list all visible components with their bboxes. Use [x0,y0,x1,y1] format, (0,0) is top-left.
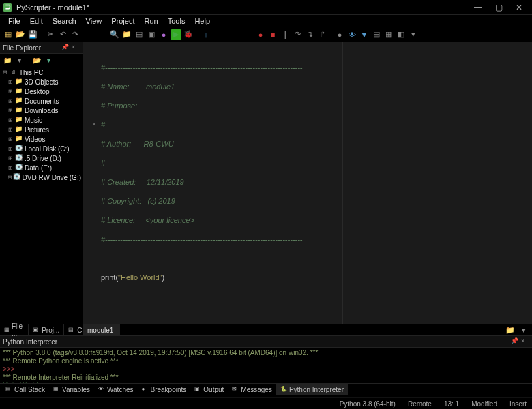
vars-icon: ▦ [53,386,60,393]
menu-edit[interactable]: Edit [26,16,47,26]
code-content[interactable]: #---------------------------------------… [98,42,532,324]
step-icon[interactable]: ↓ [201,29,211,40]
expand-icon[interactable]: ⊞ [7,108,14,114]
new-file-icon[interactable]: ▦ [3,29,14,40]
tab-folder-icon[interactable]: 📁 [505,324,516,335]
redo-icon[interactable]: ↷ [70,29,80,40]
menu-run[interactable]: Run [141,16,162,26]
bp-icon[interactable]: ● [334,29,345,40]
window-icon[interactable]: ▣ [146,29,157,40]
stop-icon[interactable]: ■ [267,29,278,40]
menu-help[interactable]: Help [190,16,214,26]
menu-project[interactable]: Project [107,16,138,26]
back-icon[interactable]: 📁 [3,55,12,65]
tab-python-interpreter[interactable]: 🐍Python Interpreter [276,384,348,395]
browser-icon[interactable]: 📁 [121,29,132,40]
folder-icon: 📁 [14,106,23,115]
msg-icon: ✉ [232,386,239,393]
record-icon[interactable]: ● [255,29,266,40]
tab-call-stack[interactable]: ▤Call Stack [1,384,49,395]
tree-item[interactable]: ⊞📁Documents [0,96,83,106]
up-icon[interactable]: ▾ [14,55,24,65]
editor-tab-module1[interactable]: module1 [83,324,120,336]
tab-messages[interactable]: ✉Messages [228,384,276,395]
pin-icon[interactable]: 📌 [511,337,519,346]
expand-icon[interactable]: ⊞ [7,117,14,123]
cut-icon[interactable]: ✂ [45,29,56,40]
collapse-icon[interactable]: ⊟ [1,70,8,76]
step-into-icon[interactable]: ↴ [304,29,315,40]
folder-select-icon[interactable]: 📂 [32,55,42,65]
open-file-icon[interactable]: 📂 [15,29,26,40]
tab-breakpoints[interactable]: ●Breakpoints [138,384,191,395]
tree-root[interactable]: ⊟ 🖥 This PC [0,67,83,77]
expand-icon[interactable]: ⊞ [7,155,14,162]
file-tree[interactable]: ⊟ 🖥 This PC ⊞📁3D Objects⊞📁Desktop⊞📁Docum… [0,66,83,324]
interpreter-output[interactable]: *** Python 3.8.0 (tags/v3.8.0:fa919fd, O… [0,348,532,383]
config-icon[interactable]: ▤ [134,29,145,40]
drive-icon: 💽 [14,154,23,162]
separator [195,29,199,40]
tree-item[interactable]: ⊞💽.5 Drive (D:) [0,153,83,163]
menu-view[interactable]: View [82,16,106,26]
step-out-icon[interactable]: ↱ [316,29,327,40]
sidebar-tab-project[interactable]: ▣Proj... [29,324,64,336]
list-icon[interactable]: ▤ [371,29,382,40]
more-icon[interactable]: ◧ [396,29,407,40]
code-editor[interactable]: • #-------------------------------------… [83,42,532,324]
tree-item[interactable]: ⊞💽Local Disk (C:) [0,144,83,153]
tree-item[interactable]: ⊞📁Pictures [0,125,83,134]
tab-variables[interactable]: ▦Variables [49,384,94,395]
expand-icon[interactable]: ⊞ [7,146,14,152]
expand-icon[interactable]: ⊞ [7,79,14,85]
tree-root-label: This PC [19,69,44,76]
fwd-icon[interactable] [26,55,30,65]
close-pane-icon[interactable]: × [72,44,80,52]
close-button[interactable]: ✕ [509,1,529,14]
expand-icon[interactable]: ⊞ [7,98,14,104]
undo-icon[interactable]: ↶ [57,29,68,40]
separator [82,29,86,40]
close-pane-icon[interactable]: × [521,337,529,346]
globe-icon[interactable]: ● [158,29,169,40]
tree-item[interactable]: ⊞📁Music [0,115,83,125]
step-over-icon[interactable]: ↷ [292,29,303,40]
expand-icon[interactable]: ⊞ [7,136,14,142]
minimize-button[interactable]: — [468,1,488,14]
tree-item[interactable]: ⊞💽Data (E:) [0,163,83,172]
sidebar-toolbar: 📁 ▾ 📂 ▾ [0,54,83,66]
tree-item[interactable]: ⊞📁Downloads [0,106,83,115]
search-icon[interactable]: 🔍 [109,29,120,40]
tab-output[interactable]: ▣Output [190,384,228,395]
tab-dropdown-icon[interactable]: ▾ [518,324,529,335]
folder-icon: 📁 [14,87,23,95]
expand-icon[interactable]: ⊞ [7,89,14,95]
folder-icon: 📁 [14,116,23,124]
sidebar-tab-file[interactable]: ▦File ... [0,324,29,336]
menu-icon[interactable]: ▾ [408,29,419,40]
expand-icon[interactable]: ⊞ [7,127,14,133]
tab-watches[interactable]: 👁Watches [94,384,138,395]
expand-icon[interactable]: ⊞ [7,165,14,171]
pin-icon[interactable]: 📌 [61,44,70,52]
dropdown-icon[interactable]: ▾ [44,55,53,65]
maximize-button[interactable]: ▢ [488,1,509,14]
folder-icon: 📁 [14,135,23,143]
tree-item[interactable]: ⊞📁Videos [0,134,83,144]
tree-item[interactable]: ⊞💽DVD RW Drive (G:) [0,172,83,182]
debug-icon[interactable]: 🐞 [183,29,194,40]
menu-tools[interactable]: Tools [164,16,190,26]
tree-item[interactable]: ⊞📁Desktop [0,87,83,96]
menu-bar: File Edit Search View Project Run Tools … [0,15,532,27]
tree-item[interactable]: ⊞📁3D Objects [0,77,83,87]
run-icon[interactable]: ▶ [171,29,181,40]
grid-icon[interactable]: ▦ [383,29,394,40]
pause-icon[interactable]: ‖ [280,29,291,40]
watch-icon[interactable]: 👁 [346,29,357,40]
expand-icon[interactable]: ⊞ [7,175,13,181]
menu-file[interactable]: File [4,16,25,26]
filter-icon[interactable]: ▼ [359,29,370,40]
bp-icon: ● [142,386,149,393]
menu-search[interactable]: Search [48,16,80,26]
save-icon[interactable]: 💾 [27,29,38,40]
